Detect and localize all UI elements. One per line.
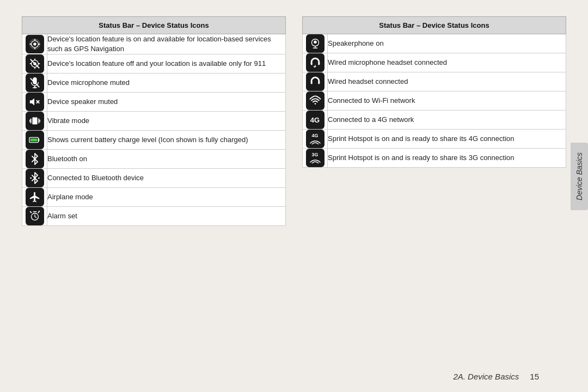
gps-off-icon — [26, 54, 44, 73]
mic-muted-icon — [26, 74, 44, 92]
bluetooth-connected-icon — [26, 169, 44, 187]
table-row: Device microphone muted — [22, 74, 286, 93]
table-row: Bluetooth on — [22, 150, 286, 169]
gps-off-svg — [29, 58, 41, 70]
hotspot-waves-svg — [310, 139, 321, 144]
svg-rect-18 — [310, 62, 312, 65]
footer-text: 2A. Device Basics — [453, 372, 519, 381]
svg-rect-19 — [318, 62, 320, 65]
wifi-icon — [306, 91, 324, 110]
table-row: Device's location feature is on and avai… — [22, 34, 286, 54]
svg-point-20 — [314, 66, 315, 68]
4g-text: 4G — [310, 117, 320, 124]
icon-cell — [22, 54, 47, 74]
wifi-svg — [309, 95, 321, 107]
wired-mic-headset-icon — [306, 53, 324, 72]
gps-svg — [29, 38, 41, 50]
wired-headset-svg — [309, 76, 321, 88]
hotspot-4g-icon: 4G — [306, 130, 324, 148]
page-container: Status Bar – Device Status Icons — [0, 0, 588, 392]
wired-mic-headset-svg — [309, 57, 321, 69]
svg-point-0 — [33, 42, 36, 46]
footer-page: 15 — [530, 372, 539, 381]
desc-cell: Sprint Hotspot is on and is ready to sha… — [328, 149, 566, 168]
bluetooth-icon — [26, 150, 44, 168]
footer: 2A. Device Basics 15 — [22, 365, 566, 381]
hotspot-3g-content: 3G — [310, 152, 321, 164]
desc-cell: Device speaker muted — [47, 93, 286, 112]
vibrate-icon — [26, 112, 44, 130]
icon-cell — [22, 207, 47, 226]
desc-cell: Device microphone muted — [47, 74, 286, 93]
side-tab: Device Basics — [571, 143, 588, 210]
vibrate-svg — [29, 115, 41, 127]
bluetooth-connected-svg — [29, 172, 41, 184]
mic-muted-svg — [29, 77, 41, 89]
battery-svg — [29, 134, 41, 146]
table-row: Alarm set — [22, 207, 286, 226]
svg-point-17 — [314, 41, 317, 44]
desc-cell: Sprint Hotspot is on and is ready to sha… — [328, 130, 566, 149]
hotspot-3g-icon: 3G — [306, 149, 324, 167]
hotspot-4g-label: 4G — [311, 133, 318, 139]
desc-cell: Vibrate mode — [47, 112, 286, 131]
icon-cell — [22, 112, 47, 131]
desc-cell: Bluetooth on — [47, 150, 286, 169]
alarm-svg — [29, 210, 41, 222]
desc-cell: Airplane mode — [47, 188, 286, 207]
table-row: Wired headset connected — [303, 72, 566, 91]
speaker-muted-icon — [26, 93, 44, 111]
wired-headset-icon — [306, 72, 324, 91]
speakerphone-svg — [309, 38, 321, 50]
right-table-header: Status Bar – Device Status Icons — [303, 17, 566, 34]
hotspot-3g-label: 3G — [311, 152, 318, 158]
svg-rect-13 — [30, 139, 37, 142]
svg-point-23 — [314, 103, 316, 105]
svg-point-15 — [38, 177, 39, 179]
table-row: Speakerphone on — [303, 34, 566, 53]
icon-cell — [22, 169, 47, 188]
left-table: Status Bar – Device Status Icons — [22, 16, 286, 226]
svg-point-14 — [30, 177, 32, 179]
icon-cell — [22, 34, 47, 54]
left-table-header: Status Bar – Device Status Icons — [22, 17, 286, 34]
icon-cell — [303, 91, 328, 111]
right-table: Status Bar – Device Status Icons — [302, 16, 566, 168]
table-row: Connected to Bluetooth device — [22, 169, 286, 188]
hotspot-4g-content: 4G — [310, 133, 321, 145]
icon-cell — [22, 74, 47, 93]
alarm-icon — [26, 207, 44, 225]
table-row: 4G Sprint Hotspot is on and is ready to … — [303, 130, 566, 149]
svg-rect-22 — [318, 81, 320, 84]
airplane-icon — [26, 188, 44, 206]
desc-cell: Device's location feature is on and avai… — [47, 34, 286, 54]
icon-cell: 4G — [303, 111, 328, 130]
icon-cell — [22, 188, 47, 207]
table-row: Device's location feature off and your l… — [22, 54, 286, 74]
icon-cell — [303, 53, 328, 72]
icon-cell — [22, 150, 47, 169]
desc-cell: Device's location feature off and your l… — [47, 54, 286, 74]
table-row: 4G Connected to a 4G network — [303, 111, 566, 130]
table-row: Connected to Wi-Fi network — [303, 91, 566, 111]
icon-cell — [303, 34, 328, 53]
svg-rect-21 — [310, 81, 312, 84]
tables-row: Status Bar – Device Status Icons — [22, 16, 566, 365]
icon-cell: 3G — [303, 149, 328, 168]
4g-icon: 4G — [306, 111, 324, 129]
table-row: Vibrate mode — [22, 112, 286, 131]
hotspot-3g-waves-svg — [310, 158, 321, 163]
desc-cell: Connected to a 4G network — [328, 111, 566, 130]
bluetooth-svg — [29, 153, 41, 165]
icon-cell — [22, 131, 47, 150]
desc-cell: Alarm set — [47, 207, 286, 226]
icon-cell — [22, 93, 47, 112]
battery-icon — [26, 131, 44, 149]
icon-cell: 4G — [303, 130, 328, 149]
desc-cell: Connected to Wi-Fi network — [328, 91, 566, 111]
table-row: 3G Sprint Hotspot is on and is ready to … — [303, 149, 566, 168]
table-row: Shows current battery charge level (Icon… — [22, 131, 286, 150]
desc-cell: Connected to Bluetooth device — [47, 169, 286, 188]
table-row: Device speaker muted — [22, 93, 286, 112]
table-row: Wired microphone headset connected — [303, 53, 566, 72]
